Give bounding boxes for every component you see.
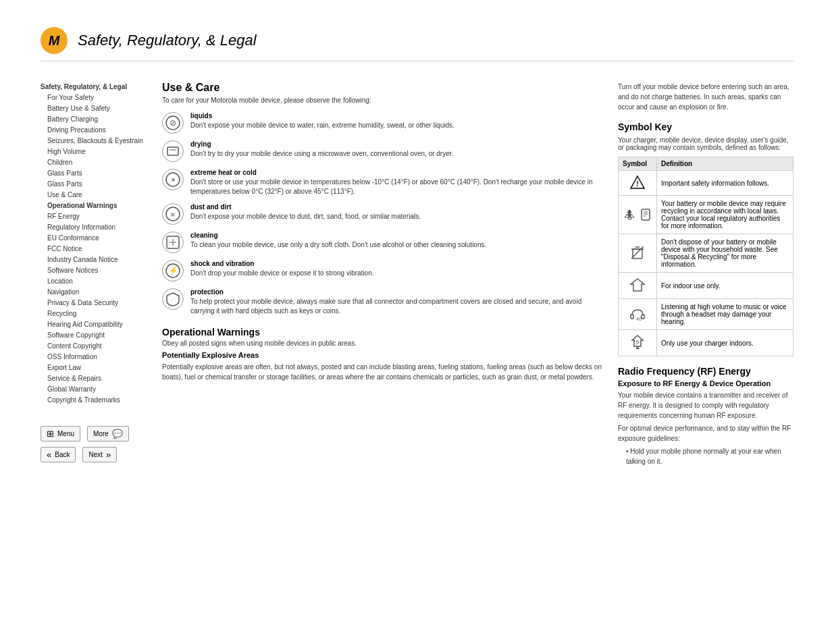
sidebar-item-children[interactable]: Children bbox=[41, 157, 149, 168]
shock-title: shock and vibration bbox=[190, 260, 374, 267]
back-icon: « bbox=[47, 450, 51, 460]
sidebar-item-glass-parts-1[interactable]: Glass Parts bbox=[41, 168, 149, 179]
sidebar-item-software-notices[interactable]: Software Notices bbox=[41, 265, 149, 276]
drying-text: drying Don't try to dry your mobile devi… bbox=[190, 140, 453, 159]
symbol-col-header: Symbol bbox=[619, 157, 657, 171]
main-layout: Safety, Regulatory, & Legal For Your Saf… bbox=[41, 82, 793, 466]
nav-buttons: ⊞ Menu More 💬 « Back Next » bbox=[41, 426, 149, 462]
sidebar-item-eu[interactable]: EU Conformance bbox=[41, 233, 149, 244]
more-button[interactable]: More 💬 bbox=[87, 426, 129, 441]
symbol-key-section: Symbol Key Your charger, mobile device, … bbox=[618, 122, 793, 356]
shock-desc: Don't drop your mobile device or expose … bbox=[190, 269, 374, 278]
motorola-logo: M bbox=[41, 27, 68, 54]
care-item-drying: drying Don't try to dry your mobile devi… bbox=[162, 140, 604, 162]
sidebar-item-recycling[interactable]: Recycling bbox=[41, 308, 149, 319]
sidebar-item-navigation[interactable]: Navigation bbox=[41, 287, 149, 298]
sidebar-item-battery-use[interactable]: Battery Use & Safety bbox=[41, 103, 149, 114]
logo-letter: M bbox=[49, 33, 60, 49]
symbol-table: Symbol Definition ! bbox=[618, 157, 793, 356]
sidebar-item-software-copyright[interactable]: Software Copyright bbox=[41, 330, 149, 341]
sidebar-item-export-law[interactable]: Export Law bbox=[41, 363, 149, 373]
sidebar-item-glass-parts-2[interactable]: Glass Parts bbox=[41, 179, 149, 190]
use-care-title: Use & Care bbox=[162, 82, 604, 94]
sidebar-item-operational-warnings[interactable]: Operational Warnings bbox=[41, 200, 149, 211]
drying-desc: Don't try to dry your mobile device usin… bbox=[190, 149, 453, 159]
symbol-row-recycling: ♻ bbox=[619, 196, 793, 234]
svg-text:40: 40 bbox=[636, 317, 642, 321]
drying-icon bbox=[162, 140, 184, 162]
menu-icon: ⊞ bbox=[47, 429, 54, 439]
liquids-icon: ⊘ bbox=[162, 112, 184, 134]
symbol-row-charger: Only use your charger indoors. bbox=[619, 330, 793, 356]
svg-marker-24 bbox=[631, 279, 644, 291]
dust-title: dust and dirt bbox=[190, 203, 421, 211]
symbol-headphone-def: Listening at high volume to music or voi… bbox=[657, 299, 793, 330]
page-title: Safety, Regulatory, & Legal bbox=[78, 32, 257, 49]
svg-rect-16 bbox=[642, 209, 650, 220]
sidebar-item-rf-energy[interactable]: RF Energy bbox=[41, 211, 149, 222]
use-care-section: Use & Care To care for your Motorola mob… bbox=[162, 82, 604, 316]
cleaning-text: cleaning To clean your mobile device, us… bbox=[190, 232, 486, 250]
definition-col-header: Definition bbox=[657, 157, 793, 171]
sidebar-item-fcc[interactable]: FCC Notice bbox=[41, 244, 149, 254]
sidebar-item-main[interactable]: Safety, Regulatory, & Legal bbox=[41, 82, 149, 92]
heat-icon: ☀ bbox=[162, 169, 184, 190]
cleaning-title: cleaning bbox=[190, 232, 486, 239]
sidebar-item-battery-charging[interactable]: Battery Charging bbox=[41, 114, 149, 125]
sidebar-item-copyright-trademarks[interactable]: Copyright & Trademarks bbox=[41, 395, 149, 406]
rf-energy-title: Radio Frequency (RF) Energy bbox=[618, 366, 793, 377]
operational-warnings-section: Operational Warnings Obey all posted sig… bbox=[162, 327, 604, 382]
svg-text:!: ! bbox=[636, 180, 638, 188]
sidebar-item-location[interactable]: Location bbox=[41, 276, 149, 287]
next-icon: » bbox=[106, 450, 111, 460]
symbol-charger-icon bbox=[619, 330, 657, 356]
heat-title: extreme heat or cold bbox=[190, 169, 604, 176]
sidebar-item-for-your-safety[interactable]: For Your Safety bbox=[41, 92, 149, 103]
symbol-charger-def: Only use your charger indoors. bbox=[657, 330, 793, 356]
next-label: Next bbox=[88, 451, 103, 458]
symbol-warning-def: Important safety information follows. bbox=[657, 171, 793, 196]
sidebar-item-regulatory[interactable]: Regulatory Information bbox=[41, 222, 149, 233]
sidebar-item-hearing-aid[interactable]: Hearing Aid Compatibility bbox=[41, 319, 149, 330]
next-button[interactable]: Next » bbox=[82, 447, 117, 462]
shock-text: shock and vibration Don't drop your mobi… bbox=[190, 260, 374, 278]
back-label: Back bbox=[55, 451, 70, 458]
content-right: Turn off your mobile device before enter… bbox=[618, 82, 793, 466]
symbol-headphone-icon: 40 bbox=[619, 299, 657, 330]
header: M Safety, Regulatory, & Legal bbox=[41, 27, 793, 61]
operational-warnings-title: Operational Warnings bbox=[162, 327, 604, 338]
liquids-desc: Don't expose your mobile device to water… bbox=[190, 121, 454, 130]
care-item-dust: ≋ dust and dirt Don't expose your mobile… bbox=[162, 203, 604, 225]
symbol-row-headphone: 40 Listening at high volume to music or … bbox=[619, 299, 793, 330]
potentially-explosive-text: Potentially explosive areas are often, b… bbox=[162, 362, 604, 382]
use-care-intro: To care for your Motorola mobile device,… bbox=[162, 97, 604, 104]
protection-desc: To help protect your mobile device, alwa… bbox=[190, 297, 604, 316]
symbol-warning-icon: ! bbox=[619, 171, 657, 196]
symbol-row-no-dispose: Don't dispose of your battery or mobile … bbox=[619, 234, 793, 273]
heat-text: extreme heat or cold Don't store or use … bbox=[190, 169, 604, 196]
sidebar-item-privacy[interactable]: Privacy & Data Security bbox=[41, 298, 149, 308]
back-button[interactable]: « Back bbox=[41, 447, 76, 462]
sidebar-item-global-warranty[interactable]: Global Warranty bbox=[41, 384, 149, 395]
sidebar-item-seizures[interactable]: Seizures, Blackouts & Eyestrain bbox=[41, 136, 149, 146]
sidebar-item-use-care[interactable]: Use & Care bbox=[41, 190, 149, 200]
liquids-text: liquids Don't expose your mobile device … bbox=[190, 112, 454, 130]
svg-line-33 bbox=[636, 342, 639, 344]
sidebar-item-content-copyright[interactable]: Content Copyright bbox=[41, 341, 149, 352]
sidebar-item-driving[interactable]: Driving Precautions bbox=[41, 125, 149, 136]
nav-row-2: « Back Next » bbox=[41, 447, 149, 462]
symbol-row-indoor: For indoor use only. bbox=[619, 273, 793, 299]
dust-icon: ≋ bbox=[162, 203, 184, 225]
care-item-protection: protection To help protect your mobile d… bbox=[162, 288, 604, 316]
sidebar-item-industry-canada[interactable]: Industry Canada Notice bbox=[41, 254, 149, 265]
symbol-indoor-def: For indoor use only. bbox=[657, 273, 793, 299]
sidebar-item-oss[interactable]: OSS Information bbox=[41, 352, 149, 363]
menu-button[interactable]: ⊞ Menu bbox=[41, 426, 80, 441]
symbol-recycling-icon: ♻ bbox=[619, 196, 657, 234]
sidebar-item-high-volume[interactable]: High Volume bbox=[41, 146, 149, 157]
rf-energy-sub-title: Exposure to RF Energy & Device Operation bbox=[618, 379, 793, 387]
sidebar-item-service[interactable]: Service & Repairs bbox=[41, 373, 149, 384]
svg-line-32 bbox=[637, 340, 639, 342]
dust-text: dust and dirt Don't expose your mobile d… bbox=[190, 203, 421, 221]
care-item-liquids: ⊘ liquids Don't expose your mobile devic… bbox=[162, 112, 604, 134]
